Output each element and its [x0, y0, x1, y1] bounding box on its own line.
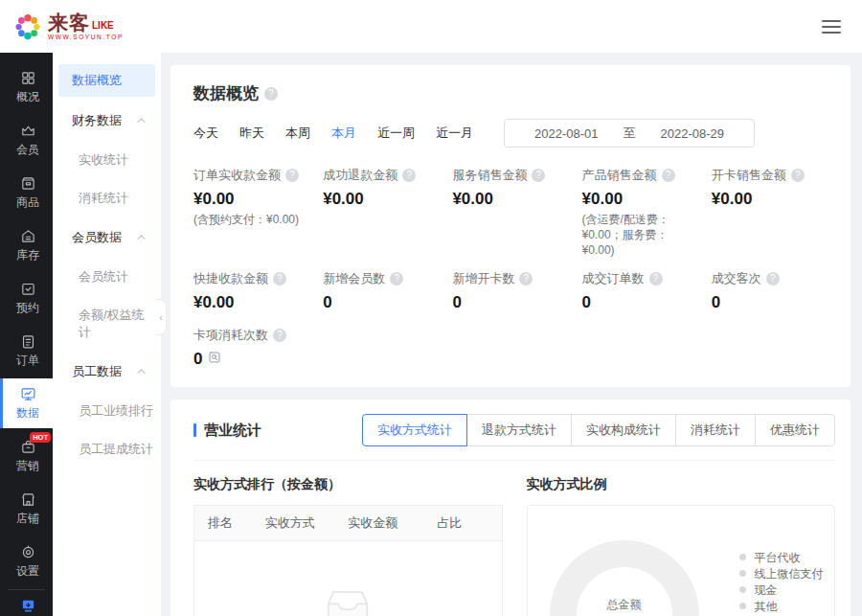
legend-dot-icon: [739, 586, 746, 593]
date-range-picker[interactable]: 2022-08-01 至 2022-08-29: [504, 119, 755, 148]
legend-item[interactable]: 平台代收: [739, 549, 835, 565]
legend-item[interactable]: 其他: [739, 598, 835, 614]
tab-income-composition[interactable]: 实收构成统计: [571, 414, 676, 446]
help-question-icon[interactable]: ?: [791, 169, 805, 182]
goods-box-icon: [20, 175, 36, 192]
help-question-icon[interactable]: ?: [273, 329, 286, 342]
legend-item[interactable]: 现金: [739, 582, 835, 598]
brand-url: WWW.SOYUN.TOP: [48, 34, 124, 41]
filter-last-week[interactable]: 近一周: [377, 125, 415, 142]
submenu-item-consume-stats[interactable]: 消耗统计: [53, 179, 161, 217]
page-title: 数据概览: [193, 82, 259, 104]
stat-order-income: 订单实收款金额? ¥0.00 (含预约支付：¥0.00): [193, 167, 309, 258]
ratio-title: 实收方式比例: [527, 476, 836, 493]
help-question-icon[interactable]: ?: [390, 272, 403, 285]
help-question-icon[interactable]: ?: [662, 169, 675, 182]
sidebar-item-overview[interactable]: 概况: [0, 62, 53, 112]
dashboard-grid-icon: [20, 70, 36, 86]
tab-consume-stats[interactable]: 消耗统计: [675, 414, 756, 446]
top-header: 来客 LIKE WWW.SOYUN.TOP: [0, 0, 862, 53]
filter-this-month[interactable]: 本月: [331, 125, 356, 142]
sidebar-item-members[interactable]: 会员: [0, 115, 53, 165]
filter-last-month[interactable]: 近一月: [436, 125, 473, 142]
sidebar-item-cashier[interactable]: 收银台: [0, 590, 53, 616]
help-question-icon[interactable]: ?: [649, 272, 663, 285]
submenu-item-balance-stats[interactable]: 余额/权益统计: [53, 296, 161, 352]
tab-refund-method[interactable]: 退款方式统计: [466, 414, 572, 446]
section-accent-bar: [193, 423, 196, 437]
stat-new-cards: 新增开卡数? 0: [452, 270, 568, 313]
submenu-item-staff-rank[interactable]: 员工业绩排行: [53, 392, 161, 430]
help-question-icon[interactable]: ?: [519, 272, 533, 285]
empty-inbox-icon: [320, 585, 375, 616]
stats-grid: 订单实收款金额? ¥0.00 (含预约支付：¥0.00) 成功退款金额? ¥0.…: [193, 167, 828, 313]
donut-chart: 总金额 ¥0.00: [550, 540, 699, 616]
submenu-item-income-stats[interactable]: 实收统计: [53, 141, 161, 179]
tab-income-method[interactable]: 实收方式统计: [362, 414, 467, 446]
sidebar-item-goods[interactable]: 商品: [0, 168, 53, 217]
booking-check-icon: [20, 281, 36, 297]
income-ratio-section: 实收方式比例 总金额 ¥0.00 平台代收 线上微信支付 现金 其他 微信（记账…: [527, 476, 836, 616]
stat-card-consume-count: 卡项消耗次数? 0: [193, 327, 828, 370]
order-clipboard-icon: [20, 333, 36, 350]
pinwheel-logo-icon: [13, 12, 42, 41]
sidebar-item-booking[interactable]: 预约: [0, 273, 53, 323]
data-monitor-icon: [20, 386, 36, 402]
sidebar-item-marketing[interactable]: HOT 营销: [0, 431, 53, 481]
submenu-item-member-stats[interactable]: 会员统计: [53, 258, 161, 296]
cashier-pos-icon: [20, 598, 36, 614]
stat-product-sales: 产品销售金额? ¥0.00 (含运费/配送费：¥0.00；服务费：¥0.00): [582, 167, 698, 258]
help-question-icon[interactable]: ?: [285, 169, 299, 182]
help-question-icon[interactable]: ?: [402, 169, 416, 182]
chevron-up-icon: [137, 369, 145, 376]
help-question-icon[interactable]: ?: [273, 272, 286, 285]
chart-legend: 平台代收 线上微信支付 现金 其他 微信（记账） 支付宝（记账） POS机（记账…: [739, 549, 835, 616]
col-method: 实收方式: [265, 514, 348, 532]
date-filter-row: 今天 昨天 本周 本月 近一周 近一月 2022-08-01 至 2022-08…: [193, 119, 828, 148]
stat-new-members: 新增会员数? 0: [323, 270, 439, 313]
date-start[interactable]: 2022-08-01: [534, 126, 599, 141]
view-detail-icon[interactable]: [208, 351, 221, 364]
submenu-item-data-overview[interactable]: 数据概览: [58, 64, 155, 97]
submenu-group-finance[interactable]: 财务数据: [53, 101, 161, 141]
data-overview-card: 数据概览 ? 今天 昨天 本周 本月 近一周 近一月 2022-08-01 至 …: [170, 65, 851, 387]
help-question-icon[interactable]: ?: [264, 87, 278, 101]
submenu-item-staff-commission[interactable]: 员工提成统计: [53, 430, 161, 468]
rank-table: 排名 实收方式 实收金额 占比 暂无数据: [193, 505, 503, 616]
sidebar-collapse-handle[interactable]: ‹: [156, 299, 167, 335]
stat-service-sales: 服务销售金额? ¥0.00: [452, 167, 568, 258]
date-end[interactable]: 2022-08-29: [661, 126, 725, 141]
sidebar-item-data[interactable]: 数据: [0, 378, 53, 428]
donut-total-label: 总金额: [607, 597, 642, 613]
legend-item[interactable]: 线上微信支付: [739, 565, 835, 582]
legend-dot-icon: [739, 570, 746, 577]
sidebar-item-inventory[interactable]: 库存: [0, 220, 53, 270]
main-content: 数据概览 ? 今天 昨天 本周 本月 近一周 近一月 2022-08-01 至 …: [161, 53, 862, 616]
stat-quick-income: 快捷收款金额? ¥0.00: [193, 270, 309, 313]
empty-state: 暂无数据: [194, 541, 502, 616]
tab-discount-stats[interactable]: 优惠统计: [755, 414, 835, 446]
filter-yesterday[interactable]: 昨天: [239, 125, 264, 142]
sidebar-item-settings[interactable]: 设置: [0, 536, 53, 586]
brand-name-en: LIKE: [92, 21, 114, 33]
income-rank-section: 实收方式排行（按金额） 排名 实收方式 实收金额 占比 暂无数据: [193, 476, 503, 616]
help-question-icon[interactable]: ?: [766, 272, 780, 285]
member-crown-icon: [20, 123, 36, 139]
primary-sidebar: 概况 会员 商品 库存 预约 订单 数据 HOT: [0, 53, 53, 616]
hamburger-menu-icon[interactable]: [822, 20, 841, 34]
chevron-up-icon: [137, 235, 145, 242]
stat-card-sales: 开卡销售金额? ¥0.00: [712, 167, 828, 258]
legend-dot-icon: [739, 554, 746, 560]
filter-today[interactable]: 今天: [193, 125, 218, 142]
submenu-group-staff[interactable]: 员工数据: [53, 352, 161, 392]
date-separator: 至: [624, 125, 636, 142]
help-question-icon[interactable]: ?: [532, 169, 545, 182]
col-rank: 排名: [208, 514, 265, 532]
submenu-group-member[interactable]: 会员数据: [53, 217, 161, 258]
sidebar-item-shop[interactable]: 店铺: [0, 484, 53, 534]
stat-refund-amount: 成功退款金额? ¥0.00: [323, 167, 439, 258]
sidebar-item-orders[interactable]: 订单: [0, 326, 53, 376]
secondary-sidebar: 数据概览 财务数据 实收统计 消耗统计 会员数据 会员统计 余额/权益统计 员工…: [53, 53, 161, 616]
brand-logo: 来客 LIKE WWW.SOYUN.TOP: [13, 12, 124, 41]
filter-this-week[interactable]: 本周: [285, 125, 310, 142]
